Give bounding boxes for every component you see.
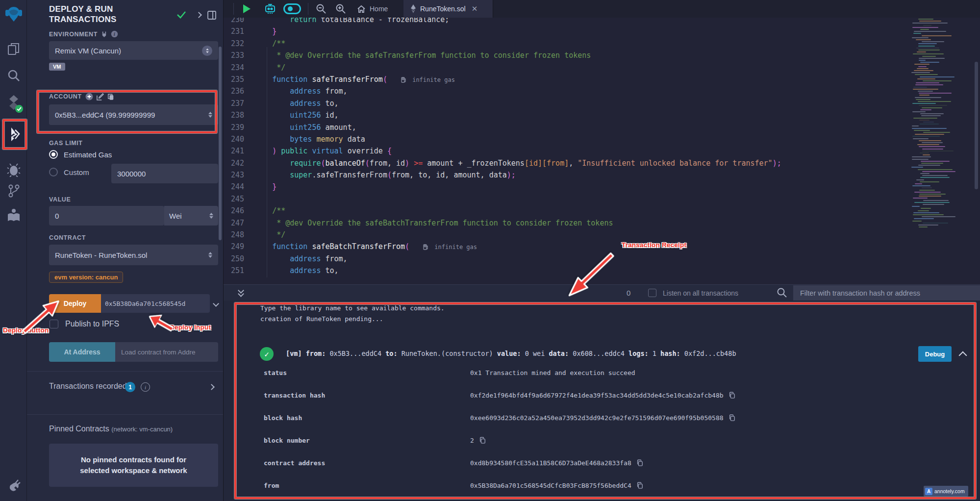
editor-scrollbar[interactable] — [975, 62, 978, 189]
code-line-245[interactable]: 245 — [224, 193, 980, 205]
at-address-button[interactable]: At Address — [49, 342, 115, 362]
deploy-button[interactable]: Deploy — [49, 294, 101, 313]
deploy-expand-chevron-icon[interactable] — [213, 301, 219, 307]
custom-gas-option[interactable]: Custom — [49, 168, 89, 176]
value-unit-select[interactable]: Wei — [164, 206, 218, 225]
copy-icon[interactable] — [729, 392, 735, 399]
minimap-line — [923, 200, 949, 201]
debug-button[interactable]: Debug — [918, 346, 952, 362]
line-number: 250 — [224, 253, 244, 265]
code-line-232[interactable]: 232 /** — [224, 38, 980, 50]
deploy-constructor-input[interactable] — [101, 294, 210, 313]
value-unit-stepper-icon[interactable] — [209, 213, 213, 219]
minimap-line — [914, 202, 950, 203]
ai-assistant-robot-icon[interactable] — [264, 0, 276, 18]
transactions-info-icon[interactable]: i — [141, 382, 150, 392]
environment-stepper-icon[interactable] — [202, 46, 212, 56]
code-line-247[interactable]: 247 * @dev Override the safeBatchTransfe… — [224, 217, 980, 229]
solidity-compiler-icon[interactable] — [0, 93, 27, 113]
code-line-236[interactable]: 236 address from, — [224, 85, 980, 97]
code-line-239[interactable]: 239 uint256 amount, — [224, 122, 980, 133]
code-line-244[interactable]: 244 } — [224, 181, 980, 193]
estimated-gas-radio[interactable] — [49, 150, 58, 159]
code-line-248[interactable]: 248 */ — [224, 229, 980, 241]
panel-scrollbar[interactable] — [219, 47, 222, 240]
code-line-231[interactable]: 231 } — [224, 25, 980, 37]
terminal-search-icon[interactable] — [777, 287, 787, 298]
git-plugin-icon[interactable] — [0, 182, 27, 200]
tab-home[interactable]: Home — [350, 0, 395, 18]
expand-terminal-icon[interactable] — [237, 288, 245, 297]
custom-gas-input[interactable] — [111, 164, 218, 183]
solidity-file-icon — [410, 4, 416, 13]
code-line-243[interactable]: 243 super.safeTransferFrom(from, to, id,… — [224, 169, 980, 181]
minimap-line — [913, 53, 944, 54]
code-line-240[interactable]: 240 bytes memory data — [224, 133, 980, 145]
publish-ipfs-option[interactable]: Publish to IPFS — [50, 320, 119, 328]
remix-logo[interactable] — [0, 4, 27, 24]
code-line-251[interactable]: 251 address to, — [224, 265, 980, 276]
plugin-manager-icon[interactable] — [0, 476, 27, 495]
collapse-receipt-chevron-icon[interactable] — [959, 351, 967, 360]
environment-info-icon[interactable]: i — [111, 30, 118, 38]
pinned-network-label: (network: vm-cancun) — [111, 426, 173, 433]
zoom-out-icon[interactable] — [316, 0, 327, 18]
panel-collapse-chevron-icon[interactable] — [196, 12, 202, 18]
divider — [27, 414, 223, 415]
custom-gas-radio-label: Custom — [64, 168, 89, 176]
edit-account-icon[interactable] — [97, 93, 104, 100]
code-line-230[interactable]: 230 return totalBalance - frozenBalance; — [224, 18, 980, 25]
code-line-233[interactable]: 233 * @dev Override the safeTransferFrom… — [224, 50, 980, 61]
close-tab-icon[interactable]: ✕ — [472, 4, 478, 13]
run-script-icon[interactable] — [242, 0, 251, 18]
code-line-241[interactable]: 241 ) public virtual override { — [224, 145, 980, 157]
minimap-line — [917, 68, 929, 69]
code-line-235[interactable]: 235 function safeTransferFrom( infinite … — [224, 74, 980, 85]
contract-stepper-icon[interactable] — [208, 252, 212, 258]
code-line-237[interactable]: 237 address to, — [224, 98, 980, 109]
minimap[interactable] — [911, 18, 958, 228]
contract-select[interactable]: RuneToken - RuneToken.sol — [49, 245, 218, 265]
code-line-249[interactable]: 249 function safeBatchTransferFrom( infi… — [224, 241, 980, 252]
pin-panel-icon[interactable] — [207, 11, 216, 20]
terminal-filter-input[interactable] — [793, 285, 980, 301]
add-account-icon[interactable] — [85, 93, 93, 100]
account-stepper-icon[interactable] — [208, 112, 212, 118]
at-address-input[interactable] — [115, 342, 218, 362]
tab-runetoken-sol[interactable]: RuneToken.sol ✕ — [403, 0, 493, 18]
account-select[interactable]: 0x5B3...eddC4 (99.999999999 — [49, 104, 218, 125]
value-label: VALUE — [49, 196, 71, 203]
code-line-238[interactable]: 238 uint256 id, — [224, 109, 980, 121]
code-line-246[interactable]: 246 /** — [224, 205, 980, 217]
code-line-242[interactable]: 242 require(balanceOf(from, id) >= amoun… — [224, 157, 980, 169]
line-number: 237 — [224, 98, 244, 109]
minimap-line — [914, 192, 941, 193]
search-icon[interactable] — [0, 67, 27, 84]
tx-summary[interactable]: [vm] from: 0x5B3...eddC4 to: RuneToken.(… — [286, 350, 736, 357]
copy-icon[interactable] — [729, 414, 735, 421]
plug-small-icon[interactable] — [101, 31, 107, 38]
file-explorer-icon[interactable] — [0, 40, 27, 58]
copy-icon[interactable] — [636, 459, 643, 466]
code-editor[interactable]: 230 return totalBalance - frozenBalance;… — [224, 18, 980, 284]
custom-gas-radio[interactable] — [49, 168, 58, 176]
deploy-run-icon[interactable] — [0, 122, 27, 147]
code-line-250[interactable]: 250 address from, — [224, 253, 980, 265]
listen-all-checkbox[interactable] — [648, 289, 656, 297]
estimated-gas-option[interactable]: Estimated Gas — [49, 150, 112, 159]
minimap-line — [913, 118, 937, 119]
ai-copilot-toggle-icon[interactable] — [283, 0, 301, 18]
zoom-in-icon[interactable] — [335, 0, 346, 18]
debugger-icon[interactable] — [0, 161, 27, 178]
environment-select[interactable]: Remix VM (Cancun) — [49, 41, 218, 60]
minimap-line — [919, 105, 947, 106]
listen-all-label: Listen on all transactions — [663, 285, 738, 301]
code-line-234[interactable]: 234 */ — [224, 62, 980, 74]
value-input[interactable] — [49, 206, 164, 225]
copy-icon[interactable] — [479, 437, 486, 444]
copy-icon[interactable] — [636, 482, 643, 489]
publish-ipfs-checkbox[interactable] — [50, 320, 58, 328]
copy-account-icon[interactable] — [107, 93, 114, 100]
learneth-icon[interactable] — [0, 206, 27, 225]
transactions-expand-chevron-icon[interactable] — [208, 384, 215, 390]
